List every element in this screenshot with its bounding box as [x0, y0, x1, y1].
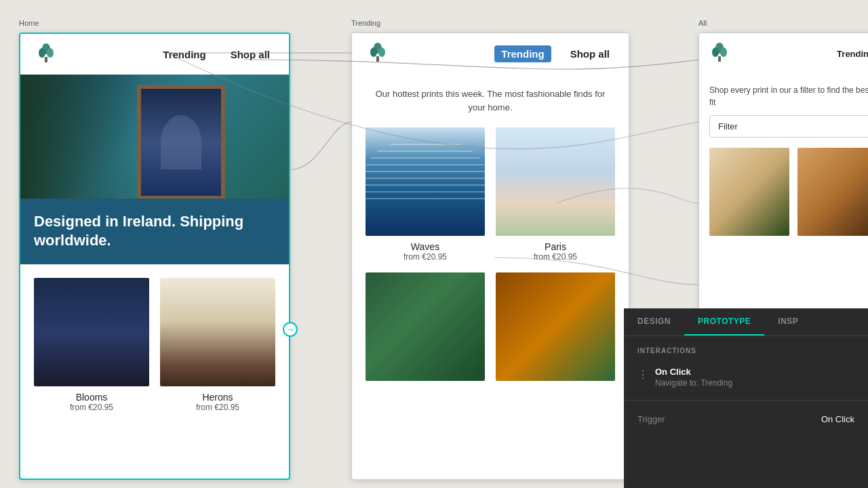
- trending-nav-trending[interactable]: Trending: [494, 45, 551, 62]
- blooms-image: [34, 278, 149, 386]
- waves-name: Waves: [411, 241, 439, 252]
- trending-nav: Trending Shop all: [352, 33, 629, 74]
- trending-product-paris: Paris from €20.95: [496, 127, 615, 262]
- all-product-abstract: [797, 148, 868, 241]
- cat-image: [496, 272, 615, 381]
- home-product-herons: Herons from €20.95: [160, 278, 275, 412]
- paris-price: from €20.95: [534, 252, 577, 262]
- herons-image: [160, 278, 275, 386]
- home-hero: Designed in Ireland. Shipping worldwide.: [20, 75, 289, 264]
- herons-price: from €20.95: [196, 403, 239, 412]
- paris-name: Paris: [545, 241, 566, 252]
- trending-frame: Trending Shop all Our hottest prints thi…: [351, 33, 629, 480]
- home-nav-trending[interactable]: Trending: [157, 46, 211, 63]
- all-frame-label: All: [698, 19, 707, 27]
- tab-design[interactable]: DESIGN: [624, 308, 684, 336]
- all-subtitle: Shop every print in our a filter to find…: [699, 74, 868, 115]
- interaction-content: On Click Navigate to: Trending: [655, 367, 854, 388]
- paris-image: [496, 127, 615, 236]
- all-product-bird: [709, 148, 789, 241]
- home-frame-label: Home: [19, 19, 39, 27]
- trigger-row: Trigger On Click: [624, 406, 868, 432]
- connection-arrow: →: [285, 324, 295, 335]
- filter-bar[interactable]: Filter: [709, 115, 868, 138]
- trigger-label: Trigger: [637, 414, 665, 424]
- svg-point-2: [47, 48, 54, 58]
- waves-price: from €20.95: [403, 252, 447, 262]
- interactions-section-title: INTERACTIONS: [624, 336, 868, 360]
- blooms-name: Blooms: [76, 392, 108, 403]
- trending-products: Waves from €20.95 Paris from €20.95: [352, 121, 629, 393]
- all-products: [699, 148, 868, 241]
- home-logo-icon: [34, 42, 58, 66]
- trending-logo-icon: [366, 41, 390, 66]
- panel-divider: [624, 400, 868, 401]
- svg-point-6: [378, 47, 385, 57]
- trending-product-waves: Waves from €20.95: [366, 127, 485, 262]
- right-panel: DESIGN PROTOTYPE INSP INTERACTIONS ⋮ On …: [624, 308, 868, 488]
- svg-rect-7: [376, 56, 379, 62]
- svg-point-5: [370, 47, 377, 57]
- trending-frame-label: Trending: [351, 19, 380, 27]
- tab-prototype[interactable]: PROTOTYPE: [684, 308, 764, 336]
- connection-dot[interactable]: →: [283, 322, 298, 337]
- herons-name: Herons: [202, 392, 233, 403]
- tab-insp[interactable]: INSP: [764, 308, 812, 336]
- svg-point-10: [720, 47, 727, 57]
- plants-image: [366, 272, 485, 381]
- svg-rect-3: [45, 57, 47, 62]
- all-nav-trending[interactable]: Trending: [831, 46, 868, 62]
- interaction-row: ⋮ On Click Navigate to: Trending: [624, 360, 868, 394]
- home-nav-links: Trending Shop all: [157, 46, 275, 63]
- trending-nav-shopall[interactable]: Shop all: [565, 45, 615, 62]
- all-nav: Trending: [699, 33, 868, 74]
- home-nav-shopall[interactable]: Shop all: [225, 46, 275, 63]
- svg-point-9: [712, 47, 719, 57]
- trigger-value[interactable]: On Click: [821, 414, 854, 424]
- all-nav-links: Trending: [831, 46, 868, 62]
- trending-subtitle: Our hottest prints this week. The most f…: [352, 74, 629, 121]
- hero-art-frame: [137, 85, 225, 200]
- interaction-dots[interactable]: ⋮: [637, 367, 647, 381]
- abstract-image: [797, 148, 868, 236]
- trending-product-cat: [496, 272, 615, 386]
- interaction-title: On Click: [655, 367, 854, 377]
- waves-image: [366, 127, 485, 236]
- home-hero-text: Designed in Ireland. Shipping worldwide.: [34, 212, 275, 251]
- interaction-subtitle: Navigate to: Trending: [655, 378, 854, 388]
- home-hero-overlay: Designed in Ireland. Shipping worldwide.: [20, 199, 289, 264]
- svg-point-1: [39, 48, 45, 58]
- bird-image: [709, 148, 789, 236]
- blooms-price: from €20.95: [70, 403, 113, 412]
- home-nav: Trending Shop all: [20, 34, 289, 75]
- trending-nav-links: Trending Shop all: [494, 45, 615, 62]
- home-products: Blooms from €20.95 Herons from €20.95: [20, 264, 289, 426]
- canvas: Home Trending All Trending Shop all: [0, 0, 868, 488]
- home-frame: Trending Shop all Designed in Ireland. S…: [19, 33, 290, 480]
- svg-rect-11: [718, 56, 721, 62]
- home-product-blooms: Blooms from €20.95: [34, 278, 149, 412]
- panel-tabs: DESIGN PROTOTYPE INSP: [624, 308, 868, 336]
- trending-product-plants: [366, 272, 485, 386]
- all-logo-icon: [707, 41, 732, 66]
